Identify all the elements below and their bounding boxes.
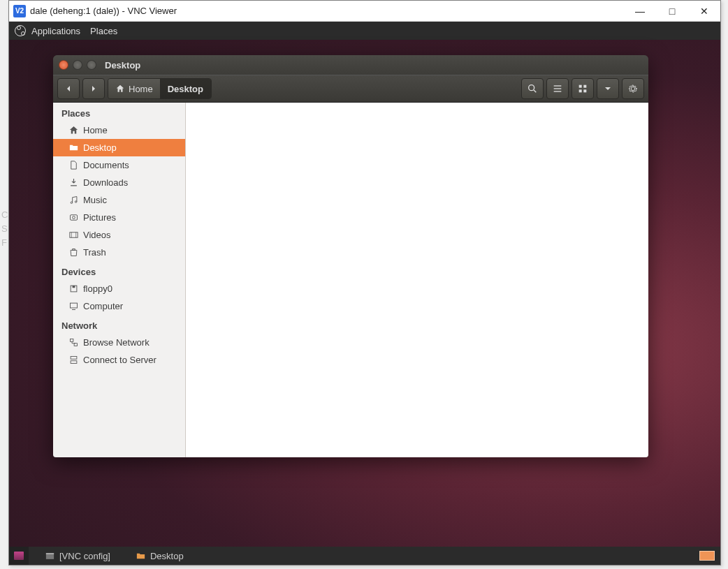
ubuntu-logo-icon[interactable] (15, 25, 26, 36)
breadcrumb-desktop[interactable]: Desktop (161, 79, 211, 98)
window-icon (45, 551, 55, 561)
grid-icon (577, 83, 588, 94)
bg-hint: F (1, 237, 7, 248)
network-icon (68, 337, 79, 348)
workspace-indicator[interactable] (699, 551, 715, 561)
back-button[interactable] (57, 78, 80, 99)
sidebar-item-pictures[interactable]: Pictures (53, 209, 185, 226)
list-icon (552, 83, 563, 94)
sidebar-item-label: Downloads (83, 177, 128, 188)
sidebar-item-home[interactable]: Home (53, 121, 185, 139)
sidebar-item-connect-server[interactable]: Connect to Server (53, 351, 185, 369)
window-close-button[interactable] (59, 60, 68, 70)
svg-point-0 (529, 85, 534, 91)
bg-hint: C (1, 209, 8, 220)
sidebar-item-label: Computer (83, 301, 123, 311)
computer-icon (68, 301, 79, 311)
sidebar-item-label: Pictures (83, 212, 116, 223)
svg-rect-15 (73, 286, 75, 288)
gear-icon (627, 83, 639, 94)
taskbar-item-desktop[interactable]: Desktop (126, 547, 193, 565)
vnc-icon: V2 (13, 5, 26, 17)
breadcrumb-home[interactable]: Home (108, 79, 161, 98)
search-button[interactable] (521, 78, 544, 99)
menu-applications[interactable]: Applications (31, 26, 80, 36)
sidebar-item-computer[interactable]: Computer (53, 297, 185, 315)
breadcrumb: Home Desktop (108, 78, 212, 99)
svg-line-1 (534, 90, 536, 92)
svg-rect-20 (71, 357, 77, 360)
home-icon (68, 125, 79, 135)
music-icon (68, 195, 79, 205)
folder-icon (136, 551, 146, 561)
file-manager-window: Desktop Home Desktop (53, 55, 648, 457)
sidebar-item-videos[interactable]: Videos (53, 226, 185, 244)
sidebar-item-downloads[interactable]: Downloads (53, 174, 185, 191)
window-maximize-button[interactable] (87, 60, 96, 70)
sidebar-item-floppy0[interactable]: floppy0 (53, 280, 185, 297)
settings-button[interactable] (622, 78, 644, 99)
trash-icon (68, 247, 79, 258)
sidebar-item-label: Desktop (83, 142, 117, 153)
search-icon (527, 83, 538, 94)
sidebar-item-label: floppy0 (83, 283, 112, 294)
close-button[interactable]: ✕ (688, 1, 720, 22)
svg-rect-5 (579, 85, 582, 88)
vnc-title: dale (deheng:1 (dale)) - VNC Viewer (30, 6, 624, 16)
task-tray (699, 551, 720, 561)
svg-rect-3 (554, 88, 562, 89)
icon-view-button[interactable] (572, 78, 594, 99)
sidebar: Places Home Desktop Documents (53, 103, 186, 457)
download-icon (68, 177, 79, 188)
svg-rect-2 (554, 85, 562, 86)
forward-button[interactable] (82, 78, 105, 99)
gnome-top-bar: Applications Places (9, 22, 720, 40)
breadcrumb-desktop-label: Desktop (168, 84, 203, 94)
file-manager-toolbar: Home Desktop (53, 75, 648, 103)
folder-content-area[interactable] (186, 103, 648, 457)
sidebar-item-documents[interactable]: Documents (53, 156, 185, 174)
sidebar-header-places: Places (53, 103, 185, 121)
vnc-titlebar[interactable]: V2 dale (deheng:1 (dale)) - VNC Viewer —… (9, 1, 720, 22)
svg-point-10 (73, 216, 75, 219)
svg-rect-18 (71, 339, 73, 342)
floppy-icon (68, 283, 79, 294)
sidebar-item-music[interactable]: Music (53, 191, 185, 209)
list-view-button[interactable] (546, 78, 569, 99)
menu-places[interactable]: Places (90, 26, 117, 36)
sidebar-item-desktop[interactable]: Desktop (53, 139, 185, 156)
maximize-button[interactable]: □ (656, 1, 688, 22)
sidebar-item-browse-network[interactable]: Browse Network (53, 334, 185, 351)
sidebar-header-devices: Devices (53, 261, 185, 280)
view-dropdown-button[interactable] (597, 78, 619, 99)
window-title: Desktop (105, 60, 140, 71)
svg-rect-23 (46, 553, 54, 554)
svg-rect-11 (70, 232, 78, 238)
videos-icon (68, 230, 79, 240)
svg-rect-8 (583, 89, 586, 92)
taskbar: [VNC config] Desktop (9, 547, 720, 565)
bg-hint: S (1, 223, 8, 234)
sidebar-item-label: Connect to Server (83, 355, 156, 365)
window-minimize-button[interactable] (73, 60, 82, 70)
chevron-down-icon (602, 83, 613, 94)
svg-rect-16 (71, 303, 78, 308)
sidebar-header-network: Network (53, 315, 185, 334)
sidebar-item-label: Videos (83, 230, 111, 240)
breadcrumb-home-label: Home (129, 84, 153, 94)
sidebar-item-trash[interactable]: Trash (53, 244, 185, 261)
folder-icon (68, 142, 79, 153)
chevron-right-icon (88, 83, 99, 94)
svg-rect-6 (583, 85, 586, 88)
vnc-window: V2 dale (deheng:1 (dale)) - VNC Viewer —… (8, 0, 721, 566)
show-desktop-button[interactable] (9, 547, 29, 565)
pictures-icon (68, 212, 79, 223)
home-icon (115, 84, 125, 94)
taskbar-item-vnc-config[interactable]: [VNC config] (36, 547, 119, 565)
file-manager-titlebar[interactable]: Desktop (53, 55, 648, 75)
minimize-button[interactable]: — (624, 1, 656, 22)
svg-rect-4 (554, 91, 562, 91)
sidebar-item-label: Documents (83, 160, 129, 170)
remote-desktop: Applications Places Desktop (9, 22, 720, 565)
server-icon (68, 355, 79, 365)
